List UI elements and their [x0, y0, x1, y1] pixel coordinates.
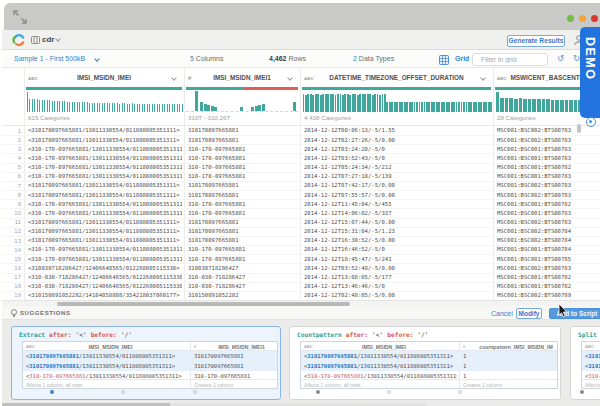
suggestion-card-split[interactable]: Splitafter:'<'before:'/'ABCIMSI_MSIDN_IM… — [570, 326, 600, 400]
histogram-bar[interactable] — [240, 107, 243, 112]
grid-cell[interactable]: 2014-12-12T00:06:13/-5/1.55 — [304, 127, 491, 133]
histogram-bar[interactable] — [52, 101, 53, 112]
histogram-bar[interactable] — [72, 102, 73, 112]
grid-cell[interactable]: 310170097665881 — [188, 192, 298, 198]
grid-view-icon[interactable] — [439, 55, 449, 65]
histogram-bar[interactable] — [79, 102, 80, 112]
histogram-bar[interactable] — [67, 102, 68, 112]
histogram-bar[interactable] — [142, 104, 143, 112]
grid-cell[interactable]: 310170097665881 — [188, 127, 298, 133]
histogram-bar[interactable] — [514, 99, 518, 112]
grid-cell[interactable]: 310170097665881 — [188, 228, 298, 234]
grid-cell[interactable]: <310170097665881/13011330554/01180800535… — [28, 192, 182, 198]
histogram-bar[interactable] — [54, 101, 55, 112]
grid-cell[interactable]: MSC001:BSC001:BTS00783 — [497, 210, 600, 216]
histogram-IMSI_MSIDN_IMEI1[interactable] — [186, 91, 298, 112]
window-dot-orange[interactable] — [579, 15, 586, 22]
quality-bar-valid[interactable] — [186, 87, 244, 90]
grid-vscroll-thumb[interactable] — [577, 124, 581, 133]
histogram-bar[interactable] — [174, 104, 175, 112]
histogram-bar[interactable] — [537, 99, 541, 112]
grid-cell[interactable]: MSC001:BSC002:BTS00783 — [497, 137, 600, 143]
histogram-bar[interactable] — [117, 103, 118, 112]
histogram-bar[interactable] — [32, 99, 33, 112]
histogram-bar[interactable] — [44, 100, 45, 112]
columns-count[interactable]: 5 Columns — [190, 55, 223, 62]
histogram-bar[interactable] — [159, 104, 160, 112]
window-dot-green[interactable] — [567, 15, 574, 22]
grid-cell[interactable]: 310-030-718286427 — [188, 283, 298, 289]
histogram-bar[interactable] — [42, 100, 43, 113]
histogram-bar[interactable] — [34, 99, 35, 112]
histogram-bar[interactable] — [99, 103, 100, 112]
histogram-bar[interactable] — [505, 98, 509, 112]
grid-cell[interactable]: 310-170-097665881 — [188, 246, 298, 252]
grid-cell[interactable]: 2014-12-12T07:27:10/-5/139 — [304, 173, 491, 179]
filter-grid-input[interactable] — [472, 53, 548, 66]
histogram-bar[interactable] — [144, 104, 145, 112]
grid-cell[interactable]: 310-170-097665881 — [188, 201, 298, 207]
histogram-bar[interactable] — [551, 100, 555, 112]
histogram-bar[interactable] — [77, 102, 78, 112]
histogram-bar[interactable] — [528, 99, 532, 112]
grid-cell[interactable]: <310-170-097665881/13011330554/011808005… — [28, 164, 182, 170]
histogram-bar[interactable] — [137, 104, 138, 112]
histogram-bar[interactable] — [57, 101, 58, 112]
quality-bar-valid[interactable] — [302, 87, 491, 90]
grid-cell[interactable]: 310030718286427 — [188, 265, 298, 271]
histogram-bar[interactable] — [89, 103, 90, 112]
grid-cell[interactable]: <310-170-097665881/13011330554/011808005… — [28, 256, 182, 262]
histogram-bar[interactable] — [149, 104, 150, 112]
histogram-bar[interactable] — [87, 102, 88, 112]
grid-cell[interactable]: <310-030-718286427/12406648565/012268005… — [28, 274, 182, 280]
histogram-bar[interactable] — [49, 100, 50, 112]
grid-cell[interactable]: 310170097665881 — [188, 237, 298, 243]
histogram-bar[interactable] — [164, 104, 165, 112]
grid-cell[interactable]: 310170097665881 — [188, 182, 298, 188]
histogram-bar[interactable] — [27, 92, 28, 113]
cancel-button[interactable]: Cancel — [491, 310, 513, 317]
grid-cell[interactable]: 2014-12-12T07:42:17/-5/0.00 — [304, 182, 491, 188]
histogram-bar[interactable] — [214, 107, 217, 112]
histogram-bar[interactable] — [92, 103, 93, 112]
histogram-bar[interactable] — [177, 104, 178, 112]
histogram-bar[interactable] — [509, 98, 513, 112]
grid-cell[interactable]: 2014-12-12T13:08:05/-5/177 — [304, 274, 491, 280]
grid-cell[interactable]: MSC001:BSC002:BTS00783 — [497, 192, 600, 198]
histogram-bar[interactable] — [500, 98, 504, 112]
grid-cell[interactable]: MSC001:BSC001:BTS00783 — [497, 173, 600, 179]
grid-cell[interactable]: 2014-12-12T03:52:48/-5/0.00 — [304, 265, 491, 271]
grid-cell[interactable]: MSC001:BSC001:BTS00782 — [497, 201, 600, 207]
histogram-bar[interactable] — [114, 103, 115, 112]
grid-cell[interactable]: 310150891052282 — [188, 292, 298, 298]
histogram-bar[interactable] — [122, 103, 123, 112]
grid-cell[interactable]: 2014-12-12T05:24:34/-5/212 — [304, 164, 491, 170]
histogram-bar[interactable] — [74, 102, 75, 112]
grid-cell[interactable]: <310170097665881/13011330554/01180800535… — [28, 237, 182, 243]
histogram-bar[interactable] — [29, 99, 30, 112]
card-page-dot[interactable] — [580, 390, 584, 394]
add-to-script-button[interactable]: Add to Script — [549, 308, 600, 319]
histogram-bar[interactable] — [109, 103, 110, 112]
histogram-bar[interactable] — [179, 104, 180, 112]
card-page-dot[interactable] — [458, 390, 462, 394]
grid-cell[interactable]: 2014-12-12T03:24:20/-5/0 — [304, 146, 491, 152]
grid-cell[interactable]: <310-170-097665881/13011330554/011808005… — [28, 146, 182, 152]
histogram-bar[interactable] — [154, 104, 155, 112]
histogram-bar[interactable] — [97, 103, 98, 112]
column-header-IMSI_MSIDN_IMEI1[interactable]: IMSI_MSIDN_IMEI1 — [184, 74, 300, 81]
grid-cell[interactable]: 2014-12-12T11:45:04/-5/455 — [304, 201, 491, 207]
grid-cell[interactable]: MSC001:BSC002:BTS00784 — [497, 237, 600, 243]
grid-cell[interactable]: 2014-12-12T13:46:46/-5/0 — [304, 283, 491, 289]
histogram-bar[interactable] — [157, 104, 158, 112]
histogram-bar[interactable] — [574, 100, 578, 112]
histogram-bar[interactable] — [59, 101, 60, 112]
grid-cell[interactable]: 310-170-097665881 — [188, 164, 298, 170]
grid-cell[interactable]: <310-170-097665881/13011330554/011808005… — [28, 246, 182, 252]
grid-cell[interactable]: 2014-12-12T15:07:44/-5/0.00 — [304, 219, 491, 225]
grid-cell[interactable]: MSC001:BSC002:BTS00783 — [497, 182, 600, 188]
histogram-bar[interactable] — [62, 101, 63, 112]
window-dot-red[interactable] — [591, 15, 598, 22]
histogram-bar[interactable] — [167, 104, 168, 112]
histogram-bar[interactable] — [200, 102, 203, 111]
